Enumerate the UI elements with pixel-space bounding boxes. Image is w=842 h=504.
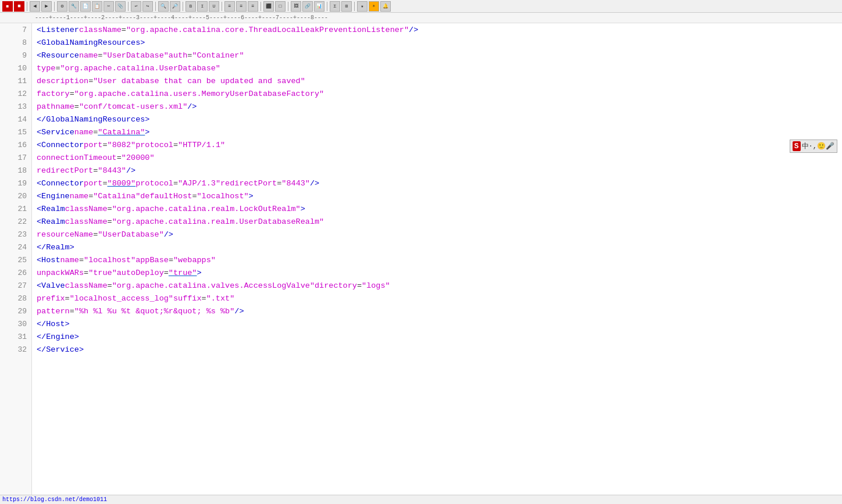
code-token: redirectPort [37,166,93,175]
code-token: "org.apache.catalina.core.ThreadLocalLea… [126,26,409,34]
code-token: = [70,90,74,98]
code-line: <GlobalNamingResources> [32,36,842,49]
code-token: = [93,230,98,239]
code-token: > [145,115,149,124]
code-token: name [79,51,98,60]
code-token: "true" [88,269,117,277]
code-token: /> [126,166,135,175]
code-token: = [357,281,362,290]
toolbar-icon-30[interactable]: 🔔 [380,1,391,12]
toolbar-icon-29[interactable]: ☀ [369,1,379,12]
code-token: "UserDatabase" [102,51,168,60]
code-token: </ [37,320,46,328]
code-token: = [108,205,112,213]
toolbar-icon-25[interactable]: 📊 [314,1,324,12]
line-number: 21 [0,202,31,215]
code-token: "webapps" [173,256,216,264]
code-line: unpackWARs="true" autoDeploy="true"> [32,266,842,279]
toolbar-icon-18[interactable]: ≡ [224,1,235,12]
code-line: <Service name="Catalina"> [32,126,842,138]
toolbar-icon-20[interactable]: ≡ [248,1,258,12]
code-token: "org.apache.catalina.valves.AccessLogVal… [112,281,315,290]
toolbar-icon-19[interactable]: ≡ [236,1,247,12]
code-token: "8009" [108,179,136,188]
code-line: pathname="conf/tomcat-users.xml" /> [32,100,842,113]
code-token: Listener [41,26,79,34]
line-number: 20 [0,190,31,202]
code-token: /> [409,26,418,34]
toolbar-sep-7 [261,2,261,11]
code-line: connectionTimeout="20000" [32,151,842,164]
toolbar-sep-4 [155,2,156,11]
toolbar-icon-23[interactable]: 🖼 [291,1,301,12]
toolbar-icon-1[interactable]: ■ [2,1,13,12]
toolbar-icon-6[interactable]: 🔧 [69,1,79,12]
code-content[interactable]: <Listener className="org.apache.catalina… [32,23,842,495]
line-number: 26 [0,266,31,279]
code-token: = [108,217,112,226]
toolbar-icon-26[interactable]: Σ [330,1,340,12]
code-token: prefix [37,294,65,303]
toolbar-icon-24[interactable]: 🔗 [302,1,313,12]
toolbar-sep-9 [327,2,327,11]
code-token: = [187,51,192,60]
toolbar-icon-10[interactable]: 📎 [115,1,126,12]
toolbar-icon-5[interactable]: ⚙ [57,1,67,12]
url-bar: https://blog.csdn.net/demo1011 [0,495,842,504]
line-number: 27 [0,279,31,292]
toolbar-icon-9[interactable]: ✂ [104,1,114,12]
code-token: Engine [46,333,74,341]
code-token: Connector [41,179,84,188]
code-token: "localhost_access_log" [70,294,173,303]
code-token: name [70,192,88,201]
toolbar-icon-7[interactable]: 📄 [80,1,91,12]
code-token: redirectPort [220,179,277,188]
code-token: > [70,243,74,252]
code-token: /> [164,230,173,239]
toolbar-sep-3 [128,2,129,11]
toolbar-icon-22[interactable]: □ [275,1,286,12]
code-line: </GlobalNamingResources> [32,113,842,126]
toolbar-icon-12[interactable]: ↪ [142,1,153,12]
code-token: = [202,294,206,303]
code-token: name [60,256,79,264]
code-line: type="org.apache.catalina.UserDatabase" [32,62,842,74]
code-token: "localhost" [84,256,135,264]
toolbar-icon-16[interactable]: I [197,1,208,12]
code-token: "%h %l %u %t &quot;%r&quot; %s %b" [74,307,234,316]
toolbar-icon-15[interactable]: B [185,1,196,12]
code-token: Engine [41,192,70,201]
code-token: "20000" [122,153,155,162]
line-number: 7 [0,23,31,36]
toolbar-icon-17[interactable]: U [209,1,219,12]
line-number: 18 [0,164,31,177]
line-number: 28 [0,292,31,305]
toolbar-icon-14[interactable]: 🔎 [170,1,180,12]
toolbar-icon-13[interactable]: 🔍 [158,1,169,12]
toolbar-icon-21[interactable]: ⬛ [263,1,274,12]
toolbar-icon-11[interactable]: ↩ [131,1,141,12]
code-token: protocol [135,179,173,188]
code-token: factory [37,90,70,98]
line-number: 14 [0,113,31,126]
code-line: pattern="%h %l %u %t &quot;%r&quot; %s %… [32,305,842,317]
code-token: = [173,179,178,188]
toolbar-sep-1 [27,2,27,11]
ime-widget[interactable]: S 中·,🙂🎤 [790,140,837,153]
toolbar-icon-4[interactable]: ▶ [41,1,52,12]
editor-container: ■ ■ ◀ ▶ ⚙ 🔧 📄 📋 ✂ 📎 ↩ ↪ 🔍 🔎 B I U ≡ ≡ ≡ … [0,0,842,504]
code-token: "true" [169,269,197,277]
toolbar-icon-28[interactable]: ★ [357,1,368,12]
code-line: <Host name="localhost" appBase="webapps" [32,253,842,266]
code-token: resourceName [37,230,93,239]
code-token: < [37,38,41,47]
toolbar-icon-27[interactable]: ⊞ [341,1,352,12]
code-token: = [70,307,74,316]
code-token: Realm [46,243,70,252]
toolbar-icon-2[interactable]: ■ [14,1,24,12]
code-token: = [102,141,107,149]
toolbar-icon-8[interactable]: 📋 [92,1,102,12]
code-token: = [55,64,60,73]
toolbar-icon-3[interactable]: ◀ [30,1,40,12]
code-token: Host [46,320,65,328]
